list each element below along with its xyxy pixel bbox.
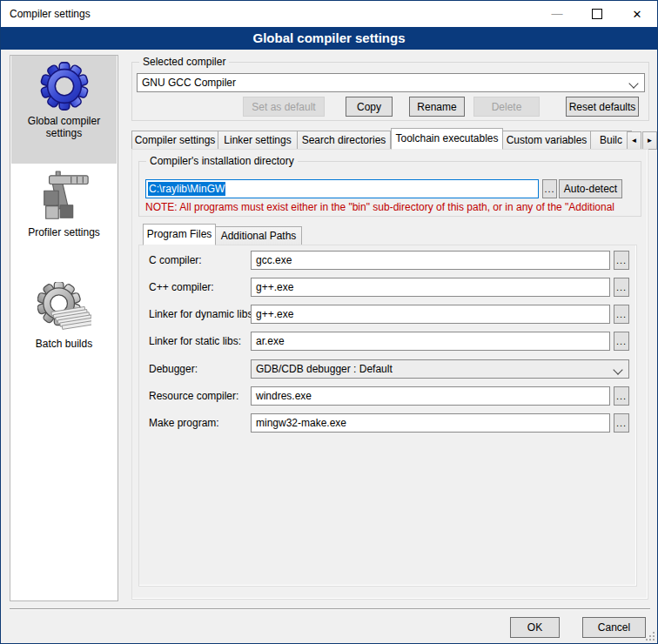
input-linker-dynamic[interactable]: g++.exe bbox=[251, 305, 610, 324]
bin-subdirectory-note: NOTE: All programs must exist either in … bbox=[145, 201, 638, 214]
auto-detect-button[interactable]: Auto-detect bbox=[559, 179, 622, 198]
chevron-down-icon bbox=[613, 365, 622, 374]
tab-compiler-settings[interactable]: Compiler settings bbox=[131, 131, 218, 150]
cancel-button[interactable]: Cancel bbox=[582, 617, 646, 638]
window-title: Compiler settings bbox=[10, 1, 91, 27]
browse-make-program-button[interactable]: ... bbox=[614, 413, 629, 433]
field-label: C compiler: bbox=[149, 251, 202, 270]
minimize-button[interactable]: — bbox=[537, 1, 577, 27]
field-label: Debugger: bbox=[149, 359, 198, 379]
input-c-compiler[interactable]: gcc.exe bbox=[251, 251, 610, 270]
sidebar-item-label: Global compiler settings bbox=[11, 115, 117, 144]
tab-scroll-right-button[interactable]: ► bbox=[642, 131, 657, 150]
field-label: Linker for dynamic libs: bbox=[149, 305, 256, 324]
input-make-program[interactable]: mingw32-make.exe bbox=[251, 413, 610, 433]
browse-linker-dynamic-button[interactable]: ... bbox=[614, 305, 629, 324]
arrow-right-icon: ► bbox=[647, 137, 654, 144]
compiler-tabs: Compiler settings Linker settings Search… bbox=[131, 130, 632, 150]
window-controls: — ✕ bbox=[537, 1, 657, 27]
tab-linker-settings[interactable]: Linker settings bbox=[218, 131, 298, 150]
tab-scroll-left-button[interactable]: ◄ bbox=[627, 131, 641, 150]
browse-resource-compiler-button[interactable]: ... bbox=[614, 386, 629, 406]
program-files-tabs: Program Files Additional Paths bbox=[143, 225, 302, 245]
tab-build-options[interactable]: Builc bbox=[591, 131, 632, 150]
compiler-settings-dialog: Compiler settings — ✕ Global compiler se… bbox=[0, 0, 658, 644]
arrow-left-icon: ◄ bbox=[631, 137, 638, 144]
browse-c-compiler-button[interactable]: ... bbox=[614, 251, 629, 270]
selected-compiler-group-label: Selected compiler bbox=[139, 56, 229, 69]
rename-button[interactable]: Rename bbox=[409, 97, 465, 117]
selected-path-text: C:\raylib\MinGW bbox=[148, 182, 225, 196]
tab-toolchain-executables[interactable]: Toolchain executables bbox=[391, 128, 503, 150]
sidebar-item-profiler-settings[interactable]: Profiler settings bbox=[11, 167, 117, 261]
field-label: Resource compiler: bbox=[149, 386, 238, 406]
delete-button[interactable]: Delete bbox=[473, 97, 540, 117]
tab-search-directories[interactable]: Search directories bbox=[298, 131, 391, 150]
maximize-button[interactable] bbox=[577, 1, 617, 27]
input-resource-compiler[interactable]: windres.exe bbox=[251, 386, 610, 406]
maximize-icon bbox=[592, 9, 602, 19]
debugger-select-value: GDB/CDB debugger : Default bbox=[256, 363, 393, 375]
installation-directory-group-label: Compiler's installation directory bbox=[146, 155, 298, 168]
browse-linker-static-button[interactable]: ... bbox=[614, 332, 629, 351]
field-label: Make program: bbox=[149, 413, 219, 433]
footer-divider bbox=[10, 608, 650, 610]
installation-directory-input[interactable]: C:\raylib\MinGW bbox=[145, 179, 539, 198]
gear-stack-icon bbox=[37, 282, 91, 336]
compiler-select[interactable]: GNU GCC Compiler bbox=[137, 73, 645, 92]
sidebar-item-global-compiler-settings[interactable]: Global compiler settings bbox=[11, 56, 117, 164]
input-cpp-compiler[interactable]: g++.exe bbox=[251, 278, 610, 297]
close-button[interactable]: ✕ bbox=[617, 1, 657, 27]
copy-button[interactable]: Copy bbox=[346, 97, 393, 117]
ok-button[interactable]: OK bbox=[510, 617, 560, 638]
browse-cpp-compiler-button[interactable]: ... bbox=[614, 278, 629, 297]
caliper-icon bbox=[37, 171, 91, 225]
resize-grip[interactable] bbox=[646, 632, 655, 641]
select-debugger[interactable]: GDB/CDB debugger : Default bbox=[251, 359, 629, 379]
close-icon: ✕ bbox=[633, 8, 642, 21]
settings-category-list: Global compiler settings Profiler settin… bbox=[10, 55, 118, 601]
browse-directory-button[interactable]: ... bbox=[542, 179, 557, 198]
set-as-default-button[interactable]: Set as default bbox=[243, 97, 325, 117]
dialog-header: Global compiler settings bbox=[1, 27, 657, 50]
reset-defaults-button[interactable]: Reset defaults bbox=[566, 97, 639, 117]
input-linker-static[interactable]: ar.exe bbox=[251, 332, 610, 351]
sidebar-item-label: Batch builds bbox=[11, 338, 117, 355]
chevron-down-icon bbox=[628, 78, 638, 88]
minimize-icon: — bbox=[552, 10, 563, 18]
tab-program-files[interactable]: Program Files bbox=[143, 224, 216, 245]
tab-additional-paths[interactable]: Additional Paths bbox=[216, 226, 302, 245]
field-label: Linker for static libs: bbox=[149, 332, 241, 351]
gear-blue-icon bbox=[37, 59, 91, 113]
title-bar: Compiler settings — ✕ bbox=[1, 1, 657, 27]
sidebar-item-batch-builds[interactable]: Batch builds bbox=[11, 278, 117, 374]
tab-custom-variables[interactable]: Custom variables bbox=[503, 131, 591, 150]
compiler-select-value: GNU GCC Compiler bbox=[142, 77, 236, 89]
sidebar-item-label: Profiler settings bbox=[11, 226, 117, 244]
field-label: C++ compiler: bbox=[149, 278, 214, 297]
